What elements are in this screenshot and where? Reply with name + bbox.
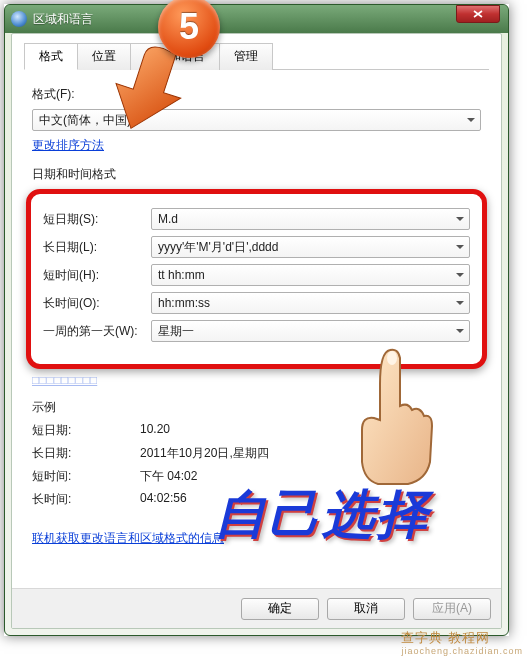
short-time-value: tt hh:mm — [151, 264, 470, 286]
step-number: 5 — [179, 6, 199, 48]
ok-label: 确定 — [268, 600, 292, 617]
watermark-line2: jiaocheng.chazidian.com — [401, 647, 523, 655]
format-label: 格式(F): — [32, 86, 75, 103]
format-combo-value: 中文(简体，中国) — [32, 109, 481, 131]
highlighted-fields: 短日期(S): M.d 长日期(L): yyyy'年'M'月'd'日',dddd… — [26, 189, 487, 369]
short-date-label: 短日期(S): — [43, 211, 151, 228]
globe-icon — [11, 11, 27, 27]
cancel-label: 取消 — [354, 600, 378, 617]
tab-format[interactable]: 格式 — [24, 43, 78, 70]
long-time-label: 长时间(O): — [43, 295, 151, 312]
short-date-combo[interactable]: M.d — [151, 208, 470, 230]
svg-point-0 — [387, 351, 397, 365]
ok-button[interactable]: 确定 — [241, 598, 319, 620]
close-button[interactable] — [456, 5, 500, 23]
short-date-value: M.d — [151, 208, 470, 230]
tab-label: 格式 — [39, 49, 63, 63]
first-day-combo[interactable]: 星期一 — [151, 320, 470, 342]
first-day-value: 星期一 — [151, 320, 470, 342]
datetime-section-title: 日期和时间格式 — [32, 166, 481, 183]
long-date-label: 长日期(L): — [43, 239, 151, 256]
long-date-combo[interactable]: yyyy'年'M'月'd'日',dddd — [151, 236, 470, 258]
cancel-button[interactable]: 取消 — [327, 598, 405, 620]
short-time-combo[interactable]: tt hh:mm — [151, 264, 470, 286]
long-time-value: hh:mm:ss — [151, 292, 470, 314]
apply-button[interactable]: 应用(A) — [413, 598, 491, 620]
change-sort-link[interactable]: 更改排序方法 — [32, 138, 104, 152]
online-info-link[interactable]: 联机获取更改语言和区域格式的信息 — [32, 531, 224, 545]
annotation-text: 自己选择 — [214, 480, 430, 550]
arrow-icon — [114, 44, 184, 134]
watermark: 查字典 教程网 jiaocheng.chazidian.com — [401, 629, 523, 655]
ex-long-time-value: 04:02:56 — [140, 491, 187, 508]
ex-long-date-label: 长日期: — [32, 445, 140, 462]
long-date-value: yyyy'年'M'月'd'日',dddd — [151, 236, 470, 258]
window-title: 区域和语言 — [33, 11, 502, 28]
long-time-combo[interactable]: hh:mm:ss — [151, 292, 470, 314]
ex-short-date-label: 短日期: — [32, 422, 140, 439]
short-time-label: 短时间(H): — [43, 267, 151, 284]
first-day-label: 一周的第一天(W): — [43, 323, 151, 340]
pointing-hand-icon — [350, 344, 440, 494]
format-combo[interactable]: 中文(简体，中国) — [32, 109, 481, 131]
tab-label: 位置 — [92, 49, 116, 63]
ex-short-time-value: 下午 04:02 — [140, 468, 197, 485]
tab-strip: 格式 位置 键盘和语言 管理 — [24, 42, 489, 70]
truncated-link[interactable]: □□□□□□□□□ — [32, 373, 97, 387]
ex-long-date-value: 2011年10月20日,星期四 — [140, 445, 269, 462]
button-bar: 确定 取消 应用(A) — [12, 588, 501, 628]
apply-label: 应用(A) — [432, 600, 472, 617]
watermark-line1: 查字典 教程网 — [401, 630, 490, 645]
ex-short-date-value: 10.20 — [140, 422, 170, 439]
tab-admin[interactable]: 管理 — [219, 43, 273, 70]
ex-long-time-label: 长时间: — [32, 491, 140, 508]
tab-label: 管理 — [234, 49, 258, 63]
close-icon — [473, 10, 483, 18]
ex-short-time-label: 短时间: — [32, 468, 140, 485]
titlebar[interactable]: 区域和语言 — [5, 5, 508, 33]
